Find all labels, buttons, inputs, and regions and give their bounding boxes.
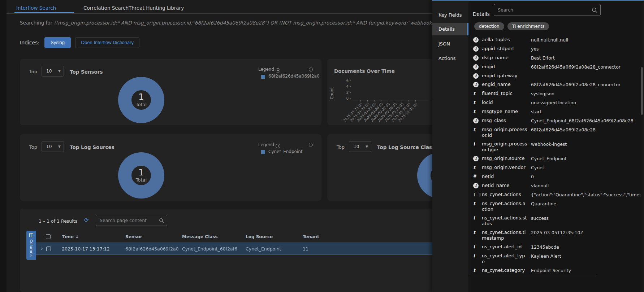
search-icon: [159, 218, 164, 223]
table-row[interactable]: › 2025-10-17 13:17:12 68f2af626d45a069f2…: [36, 243, 471, 255]
nav-item-json[interactable]: JSON: [432, 41, 468, 47]
field-row: taella_tuplesnull.null.null.null: [468, 35, 641, 44]
donut-total-label: Total: [136, 177, 147, 183]
column-header-tenant[interactable]: Tenant: [303, 234, 319, 239]
y-axis-title: Count: [329, 87, 334, 99]
column-header-sensor[interactable]: Sensor: [125, 234, 142, 239]
top-sensors-card: Top 10 ▼ Top Sensors Legend➜ 68f2af626d4…: [20, 59, 321, 125]
top-count-dropdown[interactable]: 10 ▼: [42, 141, 64, 152]
expand-row-icon[interactable]: ›: [41, 247, 43, 251]
nav-item-actions[interactable]: Actions: [432, 56, 468, 61]
field-name[interactable]: msg_origin.vendor: [482, 165, 527, 170]
nav-item-details[interactable]: Details: [432, 23, 468, 35]
chart-radio-icon[interactable]: [309, 67, 313, 71]
field-name[interactable]: fluentd_topic: [482, 91, 527, 96]
cell-tenant: 11: [303, 246, 308, 252]
field-row: tns_cynet.alert_typeKayleen Alert: [468, 252, 641, 266]
chart-radio-icon[interactable]: [309, 143, 313, 147]
field-name[interactable]: msg_origin.processor.id: [482, 127, 527, 138]
field-name[interactable]: ns_cynet.actions.action: [482, 201, 527, 212]
field-name[interactable]: aella_tuples: [482, 37, 527, 43]
field-value: 68f2af626d45a069f2a08e28_connector: [531, 64, 641, 70]
refresh-icon[interactable]: ⟳: [84, 217, 89, 223]
search-query-text: ((msg_origin.processor.id:* AND msg_orig…: [54, 20, 432, 26]
top-count-value: 10: [46, 144, 52, 149]
field-name[interactable]: engid_name: [482, 82, 527, 87]
top-label: Top: [29, 69, 37, 74]
field-name[interactable]: engid: [482, 64, 527, 70]
tab-threat-hunting-library[interactable]: Threat Hunting Library: [129, 5, 184, 11]
keyword-type-icon: t: [473, 118, 479, 123]
column-header-log-source[interactable]: Log Source: [246, 234, 273, 239]
y-axis-tick: 6: [346, 79, 351, 83]
nav-item-key-fields[interactable]: Key Fields: [432, 12, 468, 18]
tag-ti-enrichments[interactable]: TI enrichments: [507, 22, 549, 30]
field-row: [ ]ns_cynet.actions{"action":"Quarantine…: [468, 190, 641, 199]
details-search-input[interactable]: [494, 7, 592, 13]
details-panel-title: Details: [473, 11, 490, 17]
field-name[interactable]: netid: [482, 174, 527, 179]
field-name[interactable]: msgtype_name: [482, 109, 527, 114]
number-type-icon: #: [473, 174, 482, 179]
x-axis-tickmark: [395, 100, 395, 101]
open-interflow-dictionary-button[interactable]: Open Interflow Dictionary: [75, 37, 139, 48]
field-value: Endpoint Security: [531, 267, 641, 274]
donut-total-label: Total: [136, 102, 147, 108]
field-name[interactable]: ns_cynet.category: [482, 267, 527, 273]
keyword-type-icon: t: [473, 73, 479, 79]
tab-correlation-search[interactable]: Correlation Search: [83, 5, 129, 11]
text-type-icon: t: [473, 267, 482, 273]
field-name[interactable]: msg_origin.source: [482, 156, 527, 161]
donut-center-text: 1 Total: [136, 92, 147, 108]
field-value: Quarantine: [531, 201, 641, 207]
text-type-icon: t: [473, 253, 482, 258]
column-header-time[interactable]: Time ↓: [62, 234, 79, 239]
legend-expand-icon[interactable]: ➜: [276, 144, 280, 148]
field-name[interactable]: locid: [482, 100, 527, 105]
field-name[interactable]: ns_cynet.actions: [482, 192, 527, 197]
text-type-icon: t: [473, 230, 482, 235]
field-row: tmsg_origin.vendorCynet: [468, 163, 641, 172]
x-axis-tickmark: [381, 100, 381, 101]
column-header-message-class[interactable]: Message Class: [182, 234, 218, 239]
field-name[interactable]: ns_cynet.alert_id: [482, 244, 527, 250]
field-value: webhook-ingest: [531, 141, 641, 147]
top-log-sources-card: Top 10 ▼ Top Log Sources Legend➜ Cynet_E…: [20, 134, 321, 201]
field-name[interactable]: ns_cynet.actions.timestamp: [482, 230, 527, 241]
top-count-dropdown[interactable]: 10 ▼: [349, 141, 371, 152]
select-all-checkbox[interactable]: [46, 234, 51, 239]
y-axis-tick: 0: [346, 96, 351, 100]
row-checkbox[interactable]: [46, 247, 51, 251]
columns-tab[interactable]: Columns: [26, 231, 36, 260]
x-axis-tickmark: [415, 100, 416, 101]
field-name[interactable]: msg_class: [482, 118, 527, 123]
text-type-icon: t: [473, 215, 482, 221]
grid-icon: [29, 233, 33, 237]
field-value: {"action":"Quarantine","status":"success…: [531, 192, 641, 198]
syslog-index-button[interactable]: Syslog: [44, 37, 71, 48]
y-axis-ticks: 6420: [342, 59, 351, 106]
top-count-dropdown[interactable]: 10 ▼: [42, 66, 64, 77]
tab-interflow-search[interactable]: Interflow Search: [16, 5, 56, 11]
top-count-value: 10: [354, 144, 359, 149]
array-type-icon: [ ]: [473, 192, 482, 197]
keyword-type-icon: t: [473, 46, 479, 52]
field-name[interactable]: ns_cynet.alert_type: [482, 253, 527, 265]
x-axis-tickmark: [409, 100, 409, 101]
y-axis-tick: 2: [346, 91, 351, 95]
chevron-down-icon: ▼: [58, 66, 61, 76]
field-name[interactable]: msg_origin.processor.type: [482, 141, 527, 153]
field-name[interactable]: appid_stdport: [482, 46, 527, 52]
page-search-input[interactable]: [96, 218, 159, 223]
legend-expand-icon[interactable]: ➜: [276, 68, 280, 73]
field-name[interactable]: ns_cynet.actions.status: [482, 215, 527, 227]
cell-log-source: Cynet_Endpoint: [246, 246, 281, 252]
field-name[interactable]: dscp_name: [482, 55, 527, 61]
scrollbar-thumb[interactable]: [641, 67, 643, 115]
field-row: #netid0: [468, 172, 641, 181]
tag-row: detection TI enrichments: [474, 22, 549, 30]
field-name[interactable]: netid_name: [482, 183, 527, 188]
field-name[interactable]: engid_gateway: [482, 73, 527, 79]
legend-label-text: Legend: [258, 67, 274, 72]
tag-detection[interactable]: detection: [474, 22, 504, 30]
